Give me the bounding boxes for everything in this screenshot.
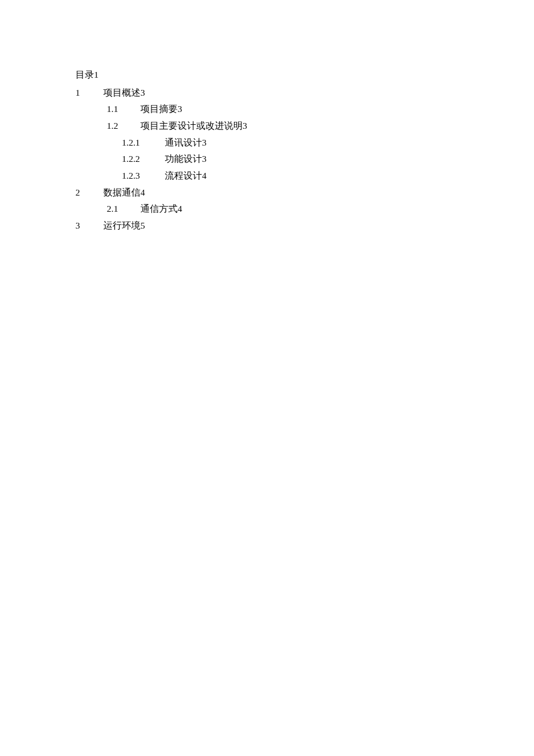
toc-entry-number: 1.2.1	[122, 135, 165, 151]
toc-entry-number: 3	[75, 218, 103, 234]
toc-entry-number: 2.1	[107, 201, 140, 218]
toc-entry: 2数据通信4	[75, 185, 459, 201]
toc-entry-number: 1.2.2	[122, 151, 165, 168]
toc-entry-title: 通信方式4	[140, 204, 182, 214]
toc-entry-number: 1.2	[107, 118, 140, 135]
toc-entry: 1.2项目主要设计或改进说明3	[75, 118, 459, 135]
toc-entry: 1.2.3流程设计4	[75, 168, 459, 185]
toc-entry-number: 1.2.3	[122, 168, 165, 185]
toc-entry: 2.1通信方式4	[75, 201, 459, 218]
toc-entry-number: 1.1	[107, 101, 140, 118]
toc-entry-title: 运行环境5	[103, 220, 145, 230]
toc-entry: 1.2.1通讯设计3	[75, 135, 459, 151]
toc-entry-number: 1	[75, 85, 103, 102]
toc-entry-title: 项目概述3	[103, 88, 145, 97]
toc-title: 目录1	[75, 67, 459, 84]
toc-entry-title: 数据通信4	[103, 187, 145, 197]
toc-entry: 1.1项目摘要3	[75, 101, 459, 118]
toc-entry-title: 流程设计4	[165, 171, 207, 180]
toc-entry-title: 项目摘要3	[140, 104, 182, 114]
toc-entry-title: 通讯设计3	[165, 138, 207, 147]
toc-entry: 1项目概述3	[75, 85, 459, 102]
toc-entry-number: 2	[75, 185, 103, 201]
toc-entry-title: 项目主要设计或改进说明3	[140, 121, 247, 131]
toc-entry: 1.2.2功能设计3	[75, 151, 459, 168]
toc-entry: 3运行环境5	[75, 218, 459, 234]
toc-entry-title: 功能设计3	[165, 154, 207, 164]
